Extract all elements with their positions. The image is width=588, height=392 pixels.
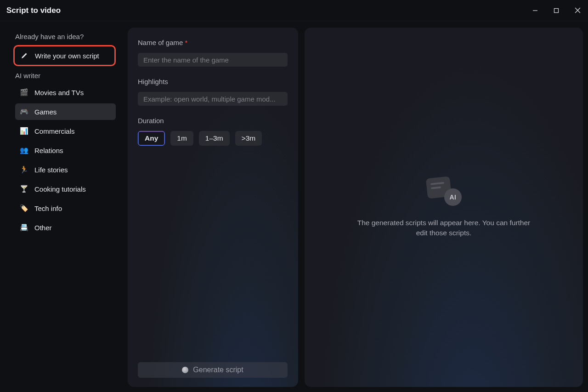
sidebar-item-cooking[interactable]: 🍸 Cooking tutorials bbox=[15, 181, 116, 197]
pencil-icon bbox=[20, 51, 28, 60]
duration-any[interactable]: Any bbox=[138, 131, 165, 146]
highlight-annotation: Write your own script bbox=[13, 45, 116, 66]
clapper-icon: 🎬 bbox=[20, 88, 28, 97]
sidebar-item-movies[interactable]: 🎬 Movies and TVs bbox=[15, 84, 116, 101]
ai-badge-icon: AI bbox=[444, 188, 462, 206]
sidebar-item-label: Write your own script bbox=[35, 52, 99, 60]
duration-1m[interactable]: 1m bbox=[170, 131, 193, 146]
sidebar-item-label: Commercials bbox=[34, 127, 75, 135]
sidebar-item-label: Other bbox=[34, 224, 52, 232]
glass-icon: 🍸 bbox=[20, 185, 28, 193]
sidebar-item-tech[interactable]: 🏷️ Tech info bbox=[15, 200, 116, 216]
highlights-label: Highlights bbox=[138, 78, 288, 85]
sidebar: Already have an idea? Write your own scr… bbox=[5, 28, 121, 387]
placeholder-text: The generated scripts will appear here. … bbox=[357, 218, 531, 239]
sidebar-item-label: Life stories bbox=[34, 166, 68, 174]
app-window: Script to video Already have an idea? bbox=[0, 0, 588, 392]
minimize-button[interactable] bbox=[525, 0, 546, 21]
window-title: Script to video bbox=[6, 6, 61, 15]
sidebar-heading-idea: Already have an idea? bbox=[15, 33, 116, 40]
sparkle-icon bbox=[182, 367, 188, 373]
sidebar-item-label: Games bbox=[34, 108, 57, 116]
generate-button[interactable]: Generate script bbox=[138, 362, 288, 378]
sidebar-item-label: Movies and TVs bbox=[34, 89, 84, 97]
sidebar-item-relations[interactable]: 👥 Relations bbox=[15, 142, 116, 159]
sidebar-item-write-own[interactable]: Write your own script bbox=[16, 47, 113, 64]
sidebar-heading-ai: AI writer bbox=[15, 72, 116, 80]
maximize-icon bbox=[554, 8, 559, 13]
titlebar: Script to video bbox=[0, 0, 588, 21]
duration-1-3m[interactable]: 1–3m bbox=[199, 131, 230, 146]
sidebar-item-commercials[interactable]: 📊 Commercials bbox=[15, 123, 116, 139]
maximize-button[interactable] bbox=[546, 0, 567, 21]
sidebar-item-games[interactable]: 🎮 Games bbox=[15, 103, 116, 120]
sidebar-item-label: Relations bbox=[34, 147, 63, 154]
highlights-input[interactable] bbox=[138, 92, 288, 106]
sidebar-item-label: Tech info bbox=[34, 205, 62, 212]
sidebar-item-label: Cooking tutorials bbox=[34, 185, 86, 193]
runner-icon: 🏃 bbox=[20, 165, 28, 174]
minimize-icon bbox=[532, 8, 538, 13]
results-panel: AI The generated scripts will appear her… bbox=[305, 28, 583, 387]
people-icon: 👥 bbox=[20, 146, 28, 154]
name-label: Name of game* bbox=[138, 39, 288, 46]
placeholder-graphic: AI bbox=[426, 176, 462, 206]
close-button[interactable] bbox=[567, 0, 588, 21]
close-icon bbox=[575, 7, 581, 13]
gamepad-icon: 🎮 bbox=[20, 108, 28, 116]
svg-rect-1 bbox=[554, 8, 559, 12]
duration-row: Any 1m 1–3m >3m bbox=[138, 131, 288, 146]
chart-icon: 📊 bbox=[20, 127, 28, 135]
duration-gt3m[interactable]: >3m bbox=[235, 131, 262, 146]
duration-label: Duration bbox=[138, 117, 288, 125]
tag-icon: 🏷️ bbox=[20, 204, 28, 212]
window-controls bbox=[525, 0, 588, 21]
name-input[interactable] bbox=[138, 53, 288, 67]
sidebar-item-other[interactable]: 📇 Other bbox=[15, 219, 116, 236]
content-area: Already have an idea? Write your own scr… bbox=[0, 21, 588, 392]
sidebar-item-life-stories[interactable]: 🏃 Life stories bbox=[15, 161, 116, 178]
generate-row: Generate script bbox=[138, 362, 288, 378]
required-asterisk: * bbox=[185, 39, 187, 46]
form-panel: Name of game* Highlights Duration Any 1m… bbox=[128, 28, 298, 387]
other-icon: 📇 bbox=[20, 223, 28, 232]
